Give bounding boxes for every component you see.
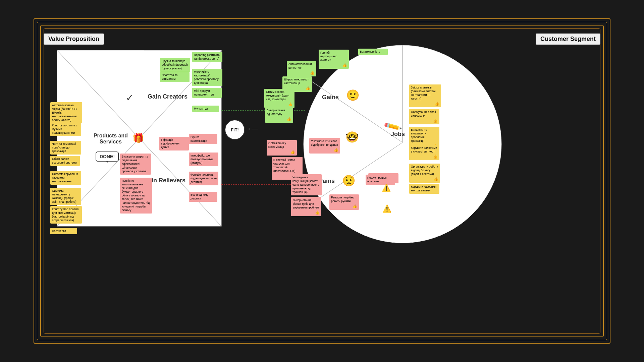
sticky-pink-vp-2[interactable]: Гнучка кастомізація xyxy=(189,134,217,144)
sticky-green-3[interactable]: Простота та мінімалізм xyxy=(160,72,190,82)
done-bubble: DONE! xyxy=(96,152,119,162)
gains-smiley: 🙂 xyxy=(346,89,360,102)
customer-segment-label: Customer Segment xyxy=(536,34,600,45)
left-sticky-7[interactable]: Конструктор правил для автоматизації (ка… xyxy=(50,206,82,224)
left-sticky-1[interactable]: Автоматизована звірка (банків/PSP/ЕМ/між… xyxy=(50,102,82,123)
gain-creators-label: Gain Creators xyxy=(148,93,187,100)
sticky-pink-vp-4[interactable]: Функціональність (буде один чат, а не де… xyxy=(189,172,218,185)
right-sticky-1[interactable]: Звірка платежів (банківські платежі, кон… xyxy=(409,84,441,107)
right-sticky-4[interactable]: Керувати валютами в системі звітності 👍 xyxy=(409,145,439,160)
sticky-pink-vp-5[interactable]: Все в одному додатку xyxy=(189,192,217,202)
cs-pain-6[interactable]: Репорти потрібно робити руками 👍 xyxy=(329,194,359,210)
sticky-pink-vp-1[interactable]: Інфікація відображення даних xyxy=(159,137,189,150)
left-sticky-6[interactable]: Система менеджменту команди (графік змін… xyxy=(50,188,81,205)
value-proposition-label: Value Proposition xyxy=(44,34,104,45)
products-services-label: Products and Services xyxy=(91,133,131,145)
pains-sad: 😟 xyxy=(342,174,356,187)
gain-creators-check: ✓ xyxy=(126,92,133,103)
left-sticky-3[interactable]: Чати та коментарі прив'язані до транзакц… xyxy=(50,141,81,155)
cs-pain-1[interactable]: Обмеження у кастомізації 👍 xyxy=(267,140,297,156)
left-sticky-2[interactable]: Конструктор звіта з ітучими налаштування… xyxy=(50,122,81,136)
sticky-pink-vp-7[interactable]: Повністю автоматизоване рішення для бухг… xyxy=(120,178,152,214)
products-gift-icon: 🎁 xyxy=(132,132,144,143)
cs-gain-1[interactable]: Багатомовність xyxy=(358,49,388,55)
jobs-neutral: 🤓 xyxy=(345,131,359,143)
cs-gain-6[interactable]: Використання одного тулу 👍 xyxy=(265,107,293,123)
sticky-green-1[interactable]: Зручна та швидка обробка інформації (суп… xyxy=(160,58,190,72)
cs-pain-8[interactable]: Пошук працює повільно xyxy=(366,175,395,185)
left-sticky-5[interactable]: Система керування касовими контрагентами xyxy=(50,171,81,185)
right-sticky-6[interactable]: Керувати касовими контрагентами xyxy=(409,184,439,194)
cs-pain-2[interactable]: У кожного PSP своє відображення даних 👍 xyxy=(309,138,340,154)
gains-label: Gains xyxy=(322,94,339,101)
left-sticky-8[interactable]: Партнерка xyxy=(50,228,77,234)
sticky-pink-vp-6[interactable]: Зниження витрат та підвищення ефективнос… xyxy=(120,154,151,175)
warning-icon-1: ⚠️ xyxy=(382,184,391,192)
sticky-green-6[interactable]: Мультитул xyxy=(192,106,219,112)
sticky-pink-vp-3[interactable]: Інтерфейс, що показує помилки (статуси) xyxy=(189,153,218,166)
sticky-green-4[interactable]: Можливість кастомізації робочого простор… xyxy=(192,69,222,86)
cs-pain-4[interactable]: Ускладнена комунікація (замість чатів та… xyxy=(291,174,322,195)
right-sticky-2[interactable]: Формування звіта і вигрузка їх 👍 xyxy=(409,109,439,124)
fit-button[interactable]: FIT! xyxy=(225,120,245,140)
sticky-green-2[interactable]: Reporting (Звітність та підготовка звіта… xyxy=(192,52,222,62)
cs-pain-5[interactable]: Використання різних тулів для вирішення … xyxy=(291,197,321,216)
cs-gain-5[interactable]: Оптимізована комунікація (один чат, коме… xyxy=(264,89,294,108)
cs-gain-2[interactable]: Гарний перформанс системи 👍 xyxy=(319,50,349,69)
right-sticky-5[interactable]: Організувати роботу відділу бізнесу (люд… xyxy=(409,164,440,183)
svg-marker-11 xyxy=(248,128,250,130)
warning-icon-2: ⚠️ xyxy=(382,204,391,213)
sticky-green-5[interactable]: Міні продукт менеджент тул xyxy=(192,88,222,98)
fit-label: FIT! xyxy=(231,127,239,132)
left-sticky-4[interactable]: Обмін валют всередині системи xyxy=(50,156,80,166)
cs-gain-3[interactable]: Автоматизований репортинг 👍 xyxy=(287,61,316,76)
